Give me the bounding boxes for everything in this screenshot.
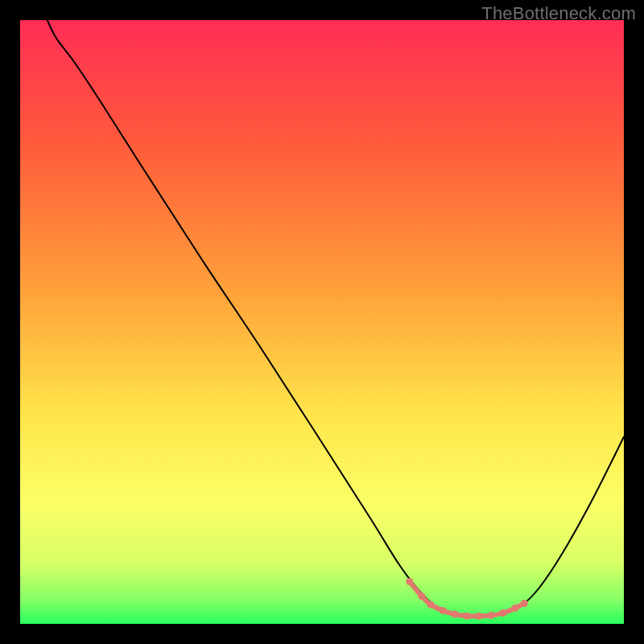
trough-marker: [476, 613, 483, 620]
trough-marker: [464, 613, 471, 620]
gradient-background: [20, 20, 624, 624]
trough-marker: [488, 612, 495, 619]
trough-marker: [521, 600, 528, 607]
bottleneck-chart: [20, 20, 624, 624]
trough-marker: [440, 607, 447, 614]
plot-area: [20, 20, 624, 624]
trough-marker: [427, 601, 435, 609]
trough-marker: [512, 605, 519, 612]
trough-marker: [452, 611, 459, 618]
trough-marker: [406, 578, 413, 585]
trough-marker: [500, 609, 507, 617]
chart-container: TheBottleneck.com: [0, 0, 644, 644]
trough-marker: [418, 592, 425, 600]
